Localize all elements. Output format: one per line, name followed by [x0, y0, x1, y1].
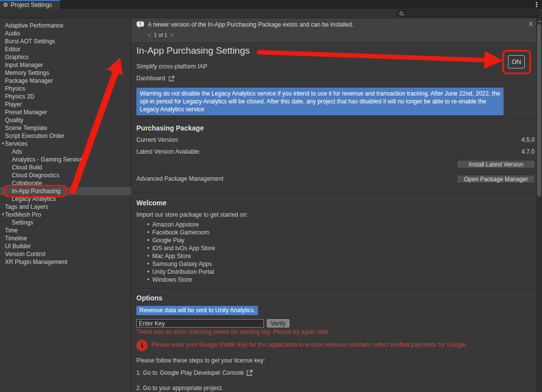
sidebar-item-label: Physics 2D [5, 93, 34, 100]
sidebar-item-version-control[interactable]: Version Control [0, 250, 131, 258]
foldout-expander-icon[interactable]: ▼ [1, 211, 5, 219]
sidebar-item-label: Editor [5, 46, 20, 53]
sidebar-item-label: Burst AOT Settings [5, 38, 55, 45]
verify-button[interactable]: Verify [267, 319, 289, 327]
sidebar-item-services[interactable]: ▼Services [0, 140, 131, 148]
sidebar-item-package-manager[interactable]: Package Manager [0, 77, 131, 85]
sidebar-item-adaptive-performance[interactable]: Adaptive Performance [0, 22, 131, 30]
section-divider [131, 192, 536, 193]
google-play-console-link[interactable]: Google Play Developer Console [160, 369, 244, 376]
store-list-item: Samsung Galaxy Apps [147, 260, 215, 268]
sidebar-item-label: XR Plugin Management [5, 259, 67, 265]
search-icon [399, 11, 404, 16]
sidebar-item-ui-builder[interactable]: UI Builder [0, 242, 131, 250]
sidebar-item-tags-and-layers[interactable]: Tags and Layers [0, 203, 131, 211]
sidebar-item-player[interactable]: Player [0, 100, 131, 108]
scrollbar-up-icon[interactable]: ▲ [538, 19, 542, 23]
tab-strip [0, 0, 542, 9]
sidebar-item-label: Cloud Build [12, 164, 42, 171]
open-package-manager-button[interactable]: Open Package Manager [457, 175, 535, 183]
sidebar-item-physics-2d[interactable]: Physics 2D [0, 93, 131, 100]
sidebar-item-in-app-purchasing[interactable]: In-App Purchasing [0, 187, 131, 195]
section-divider [131, 288, 536, 289]
sidebar-item-analytics-gaming-services[interactable]: Analytics - Gaming Services [0, 156, 131, 163]
sidebar-item-label: Time [5, 227, 18, 234]
sidebar-item-label: Timeline [5, 235, 27, 242]
console-message-icon [136, 21, 144, 29]
welcome-intro: Import our store package to get started … [136, 211, 248, 218]
sidebar-item-label: Graphics [5, 54, 29, 61]
store-list-item: Unity Distribution Portal [147, 268, 215, 276]
page-title: In-App Purchasing Settings [136, 45, 250, 56]
sidebar-item-label: Settings [12, 219, 33, 226]
tab-project-settings[interactable]: ⚙ Project Settings [0, 0, 60, 9]
sidebar-item-cloud-diagnostics[interactable]: Cloud Diagnostics [0, 171, 131, 179]
sidebar-item-memory-settings[interactable]: Memory Settings [0, 69, 131, 77]
store-list-item: Amazon Appstore [147, 221, 215, 229]
sidebar-item-label: Ads [12, 148, 22, 155]
steps-intro: Please follow these steps to get your li… [136, 357, 265, 364]
sidebar-item-settings[interactable]: Settings [0, 219, 131, 227]
tab-title: Project Settings [11, 1, 52, 8]
sidebar-item-collaborate[interactable]: Collaborate [0, 179, 131, 187]
sidebar-item-label: Cloud Diagnostics [12, 172, 60, 179]
sidebar-item-label: Adaptive Performance [5, 22, 64, 29]
sidebar-item-label: UI Builder [5, 243, 31, 250]
notification-message: A newer version of the In-App Purchasing… [148, 21, 353, 28]
sidebar-item-textmesh-pro[interactable]: ▼TextMesh Pro [0, 211, 131, 219]
sidebar: Adaptive PerformanceAudioBurst AOT Setti… [0, 18, 131, 392]
sidebar-item-label: Version Control [5, 251, 45, 258]
sidebar-item-xr-plugin-management[interactable]: XR Plugin Management [0, 258, 131, 266]
sidebar-item-ads[interactable]: Ads [0, 148, 131, 156]
sidebar-item-quality[interactable]: Quality [0, 116, 131, 124]
iap-toggle-on-button[interactable]: ON [508, 55, 525, 68]
sidebar-item-scene-template[interactable]: Scene Template [0, 124, 131, 132]
store-list-item: Google Play [147, 236, 215, 244]
advanced-package-management-label: Advanced Package Management [136, 175, 223, 182]
pager-label: 1 of 1 [154, 32, 167, 38]
step-1: 1. Go to Google Play Developer Console [136, 369, 253, 376]
google-key-input[interactable] [136, 319, 264, 327]
options-heading: Options [136, 294, 162, 302]
external-link-icon [168, 75, 175, 82]
sidebar-item-legacy-analytics[interactable]: Legacy Analytics [0, 195, 131, 203]
install-latest-version-button[interactable]: Install Latest Version [457, 160, 535, 168]
sidebar-item-label: Quality [5, 117, 23, 124]
sidebar-item-label: Analytics - Gaming Services [12, 156, 86, 163]
store-list-item: Mac App Store [147, 252, 215, 260]
search-input[interactable] [406, 11, 534, 17]
google-key-warning: Please enter your Google Public Key for … [151, 341, 467, 348]
info-icon: i [136, 340, 148, 351]
sidebar-item-label: Preset Manager [5, 109, 47, 116]
sidebar-item-script-execution-order[interactable]: Script Execution Order [0, 132, 131, 140]
sidebar-item-audio[interactable]: Audio [0, 30, 131, 37]
latest-version-label: Latest Version Available: [136, 148, 201, 155]
close-icon[interactable]: X [527, 20, 535, 28]
sidebar-item-timeline[interactable]: Timeline [0, 234, 131, 242]
sidebar-item-label: TextMesh Pro [5, 211, 41, 218]
sidebar-item-input-manager[interactable]: Input Manager [0, 61, 131, 69]
sidebar-item-cloud-build[interactable]: Cloud Build [0, 163, 131, 171]
search-box[interactable] [396, 10, 540, 17]
dashboard-label: Dashboard [136, 75, 165, 82]
sidebar-item-label: Services [5, 140, 28, 147]
foldout-expander-icon[interactable]: ▼ [1, 140, 5, 148]
gear-icon: ⚙ [3, 2, 8, 8]
sidebar-item-time[interactable]: Time [0, 227, 131, 234]
latest-version-value: 4.7.0 [485, 148, 535, 155]
sidebar-item-label: Tags and Layers [5, 203, 48, 210]
step-1-prefix: 1. Go to [136, 369, 158, 376]
dashboard-link[interactable]: Dashboard [136, 75, 175, 82]
sidebar-item-label: Legacy Analytics [12, 196, 56, 202]
scrollbar-thumb[interactable] [537, 24, 541, 196]
sidebar-item-graphics[interactable]: Graphics [0, 53, 131, 61]
pager-next-icon[interactable]: > [170, 32, 173, 38]
sidebar-item-physics[interactable]: Physics [0, 85, 131, 93]
key-error-message: There was an error checking server for e… [136, 328, 330, 335]
sidebar-item-burst-aot-settings[interactable]: Burst AOT Settings [0, 37, 131, 45]
analytics-notice-badge: Revenue data will be sent to Unity Analy… [136, 306, 258, 315]
pager-prev-icon[interactable]: < [148, 32, 151, 38]
kebab-menu-icon[interactable]: ⋮ [533, 0, 541, 9]
sidebar-item-editor[interactable]: Editor [0, 45, 131, 53]
sidebar-item-preset-manager[interactable]: Preset Manager [0, 108, 131, 116]
